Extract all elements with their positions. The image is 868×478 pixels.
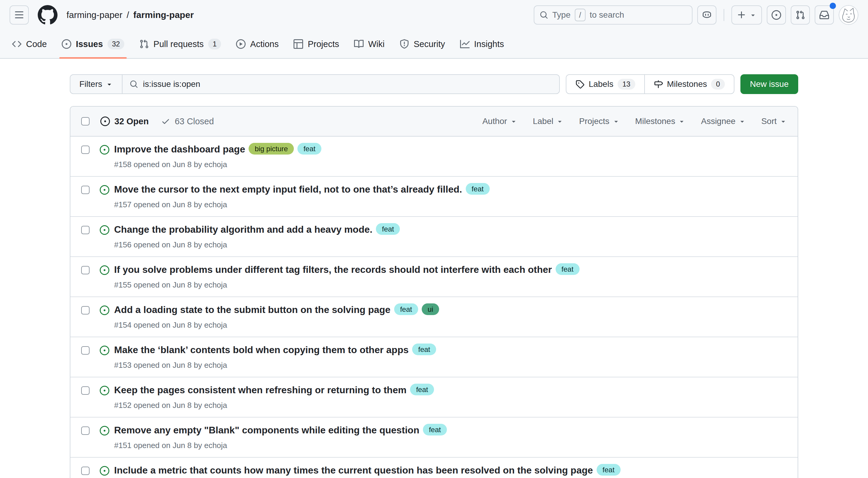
issue-label[interactable]: feat bbox=[597, 464, 621, 476]
issue-meta: #155 opened on Jun 8 by echoja bbox=[114, 280, 580, 290]
issue-label[interactable]: big picture bbox=[249, 143, 294, 155]
open-issues-toggle[interactable]: 32 Open bbox=[100, 117, 149, 126]
issue-title-line: Keep the pages consistent when refreshin… bbox=[114, 383, 434, 398]
issue-checkbox[interactable] bbox=[81, 306, 90, 315]
tab-label: Code bbox=[26, 39, 47, 49]
tab-security[interactable]: Security bbox=[393, 30, 452, 58]
new-issue-button[interactable]: New issue bbox=[740, 74, 798, 94]
issue-label[interactable]: feat bbox=[394, 304, 418, 315]
filter-dropdown-author[interactable]: Author bbox=[482, 117, 517, 126]
user-avatar[interactable] bbox=[839, 5, 859, 25]
tag-icon bbox=[576, 79, 584, 89]
issues-list-header: 32 Open 63 Closed AuthorLabelProjectsMil… bbox=[70, 107, 798, 136]
issue-title-link[interactable]: Move the cursor to the next empty input … bbox=[114, 184, 462, 195]
issue-row: Make the ‘blank’ contents bold when copy… bbox=[70, 337, 798, 377]
issue-label[interactable]: feat bbox=[423, 424, 447, 436]
unread-notification-dot bbox=[830, 3, 836, 9]
filters-label: Filters bbox=[80, 79, 102, 89]
circle-dot-icon bbox=[100, 117, 110, 126]
closed-count-label: 63 Closed bbox=[175, 117, 214, 126]
issue-title-link[interactable]: Add a loading state to the submit button… bbox=[114, 304, 391, 315]
header-actions: Type / to search bbox=[534, 5, 859, 25]
plus-icon bbox=[737, 10, 746, 20]
filter-dropdown-milestones[interactable]: Milestones bbox=[635, 117, 686, 126]
issue-label[interactable]: feat bbox=[412, 344, 436, 355]
issue-title-link[interactable]: Include a metric that counts how many ti… bbox=[114, 465, 593, 476]
open-issue-icon bbox=[100, 145, 109, 155]
issue-title-link[interactable]: Keep the pages consistent when refreshin… bbox=[114, 385, 406, 395]
three-bars-icon bbox=[14, 10, 24, 20]
tab-projects[interactable]: Projects bbox=[287, 30, 346, 58]
issue-label[interactable]: ui bbox=[422, 304, 439, 315]
issue-row: Improve the dashboard pagebig picturefea… bbox=[70, 136, 798, 176]
issue-checkbox[interactable] bbox=[81, 266, 90, 274]
tab-wiki[interactable]: Wiki bbox=[347, 30, 391, 58]
labels-button[interactable]: Labels 13 bbox=[566, 75, 644, 93]
breadcrumb: farming-paper / farming-paper bbox=[66, 10, 194, 20]
filter-dropdown-label: Assignee bbox=[701, 117, 735, 126]
list-filter-dropdowns: AuthorLabelProjectsMilestonesAssigneeSor… bbox=[482, 117, 787, 126]
issue-label[interactable]: feat bbox=[556, 263, 580, 275]
issue-checkbox[interactable] bbox=[81, 426, 90, 435]
milestones-count: 0 bbox=[711, 79, 724, 90]
select-all-checkbox[interactable] bbox=[81, 117, 90, 126]
filter-dropdown-sort[interactable]: Sort bbox=[762, 117, 787, 126]
create-new-button[interactable] bbox=[732, 5, 762, 25]
issue-label[interactable]: feat bbox=[410, 384, 434, 395]
tab-pull-requests[interactable]: Pull requests1 bbox=[133, 30, 228, 58]
milestones-button[interactable]: Milestones 0 bbox=[644, 75, 734, 93]
copilot-button[interactable] bbox=[697, 5, 716, 25]
hamburger-menu-button[interactable] bbox=[9, 5, 29, 25]
issue-row: Include a metric that counts how many ti… bbox=[70, 457, 798, 478]
search-icon bbox=[130, 80, 138, 88]
issue-meta: #153 opened on Jun 8 by echoja bbox=[114, 360, 436, 370]
issue-title-link[interactable]: Remove any empty "Blank" components whil… bbox=[114, 425, 419, 436]
your-pull-requests-button[interactable] bbox=[791, 5, 810, 25]
issue-label[interactable]: feat bbox=[298, 143, 321, 155]
breadcrumb-owner[interactable]: farming-paper bbox=[66, 10, 123, 20]
filter-dropdown-label: Author bbox=[482, 117, 507, 126]
github-logo-icon[interactable] bbox=[38, 5, 58, 25]
issue-checkbox[interactable] bbox=[81, 467, 90, 475]
issue-label[interactable]: feat bbox=[376, 223, 400, 235]
copilot-icon bbox=[702, 10, 712, 20]
issue-title-link[interactable]: Make the ‘blank’ contents bold when copy… bbox=[114, 344, 408, 355]
open-issue-icon bbox=[100, 185, 109, 195]
issues-search-input[interactable] bbox=[143, 79, 552, 89]
issue-title-line: Move the cursor to the next empty input … bbox=[114, 183, 490, 198]
tab-label: Projects bbox=[308, 39, 339, 49]
issue-title-line: Change the probability algorithm and add… bbox=[114, 223, 400, 238]
filters-dropdown-button[interactable]: Filters bbox=[70, 75, 123, 93]
search-icon bbox=[540, 11, 548, 19]
triangle-down-icon bbox=[678, 118, 685, 125]
open-issue-icon bbox=[100, 426, 109, 436]
app-header: farming-paper / farming-paper Type / to … bbox=[0, 0, 868, 30]
search-placeholder-prefix: Type bbox=[552, 10, 570, 20]
labels-count: 13 bbox=[618, 79, 635, 90]
issue-title-link[interactable]: If you solve problems under different ta… bbox=[114, 264, 552, 275]
global-search-input[interactable]: Type / to search bbox=[534, 5, 692, 25]
closed-issues-toggle[interactable]: 63 Closed bbox=[161, 117, 214, 126]
issue-checkbox[interactable] bbox=[81, 146, 90, 154]
issue-checkbox[interactable] bbox=[81, 346, 90, 355]
issue-title-link[interactable]: Improve the dashboard page bbox=[114, 144, 245, 155]
issue-title-link[interactable]: Change the probability algorithm and add… bbox=[114, 224, 372, 235]
issue-title-line: If you solve problems under different ta… bbox=[114, 263, 580, 278]
issue-checkbox[interactable] bbox=[81, 186, 90, 194]
filter-dropdown-projects[interactable]: Projects bbox=[579, 117, 619, 126]
open-issue-icon bbox=[100, 386, 109, 395]
issue-label[interactable]: feat bbox=[466, 183, 490, 195]
breadcrumb-repo[interactable]: farming-paper bbox=[133, 10, 194, 20]
filter-dropdown-label[interactable]: Label bbox=[533, 117, 564, 126]
tab-label: Pull requests bbox=[153, 39, 204, 49]
tab-code[interactable]: Code bbox=[5, 30, 53, 58]
issue-opened-icon bbox=[62, 39, 71, 49]
issue-checkbox[interactable] bbox=[81, 386, 90, 395]
your-issues-button[interactable] bbox=[767, 5, 786, 25]
triangle-down-icon bbox=[780, 118, 787, 125]
filter-dropdown-assignee[interactable]: Assignee bbox=[701, 117, 745, 126]
tab-actions[interactable]: Actions bbox=[229, 30, 285, 58]
issue-checkbox[interactable] bbox=[81, 226, 90, 234]
tab-insights[interactable]: Insights bbox=[454, 30, 511, 58]
tab-issues[interactable]: Issues32 bbox=[55, 30, 131, 58]
